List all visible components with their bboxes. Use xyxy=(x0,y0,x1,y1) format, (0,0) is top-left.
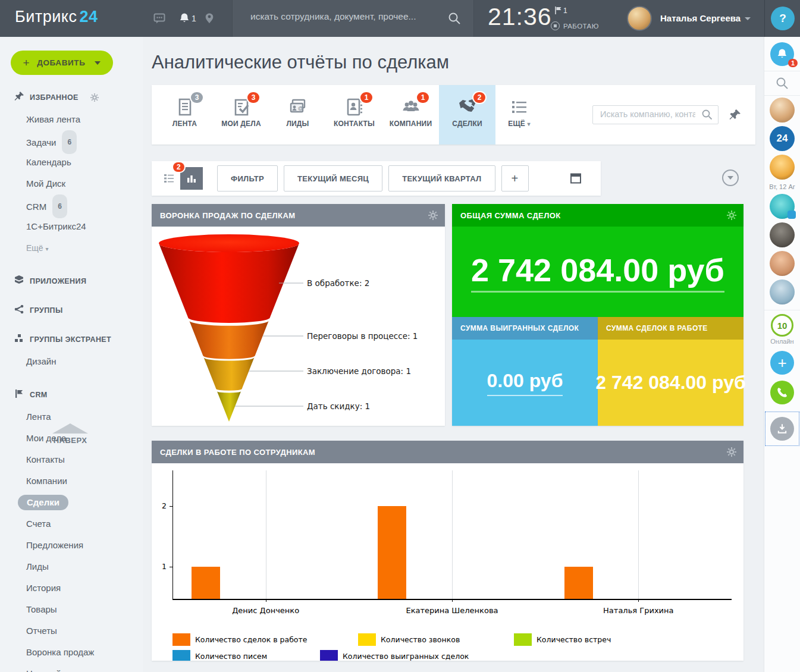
sidebar-item[interactable]: Задачи6 xyxy=(0,130,143,152)
chat-icon[interactable] xyxy=(153,12,165,24)
sidebar-item[interactable]: Воронка продаж xyxy=(0,642,143,663)
won-sum-value[interactable]: 0.00 руб xyxy=(487,370,563,396)
download-button[interactable] xyxy=(770,417,794,441)
chevron-down-icon xyxy=(727,176,733,180)
crm-search-input[interactable] xyxy=(599,109,697,120)
gear-icon[interactable] xyxy=(727,211,736,220)
sidebar-section-head-3[interactable]: ГРУППЫ ЭКСТРАНЕТ xyxy=(0,333,143,346)
user-name[interactable]: Наталья Сергеева xyxy=(660,13,741,23)
bitrix-logo[interactable]: Битрикс24 xyxy=(15,8,98,26)
bar-0[interactable] xyxy=(192,567,220,599)
in-progress-sum-header: СУММА СДЕЛОК В РАБОТЕ xyxy=(598,317,743,340)
legend-label: Количество сделок в работе xyxy=(195,635,307,644)
total-sum-header: ОБЩАЯ СУММА СДЕЛОК xyxy=(452,204,743,227)
search-icon[interactable] xyxy=(701,109,713,121)
help-button[interactable]: ? xyxy=(771,7,795,30)
gear-icon[interactable] xyxy=(727,447,736,457)
chat-24-badge[interactable]: 24 xyxy=(770,126,795,151)
sidebar-item[interactable]: CRM6 xyxy=(0,194,143,216)
pin-icon[interactable] xyxy=(729,109,741,121)
pin-icon xyxy=(14,92,24,103)
sidebar-item[interactable]: Счета xyxy=(0,513,143,535)
sidebar-item[interactable]: Товары xyxy=(0,599,143,620)
sidebar-item[interactable]: 1С+Битрикс24 xyxy=(0,216,143,237)
current-month-button[interactable]: ТЕКУЩИЙ МЕСЯЦ xyxy=(284,165,382,191)
avatar[interactable] xyxy=(770,222,795,247)
bar-category-label: Наталья Грихина xyxy=(573,606,704,615)
tab-contacts[interactable]: 1КОНТАКТЫ xyxy=(326,85,382,145)
funnel-stage-label: Заключение договора: 1 xyxy=(307,366,411,376)
add-button-label: ДОБАВИТЬ xyxy=(37,58,85,67)
gear-icon[interactable] xyxy=(428,211,438,220)
clock-widget[interactable]: 21:36 1 РАБОТАЮ xyxy=(473,0,616,37)
flag-counter[interactable]: 1 xyxy=(555,7,567,15)
sidebar-item[interactable]: Настройки xyxy=(0,663,143,672)
search-icon[interactable] xyxy=(775,76,789,90)
user-menu-caret-icon[interactable] xyxy=(745,17,751,20)
sidebar-item[interactable]: Предложения xyxy=(0,535,143,556)
current-quarter-button[interactable]: ТЕКУЩИЙ КВАРТАЛ xyxy=(388,165,495,191)
left-sidebar: + ДОБАВИТЬ ИЗБРАННОЕЖивая лентаЗадачи6Ка… xyxy=(0,37,143,672)
sidebar-item[interactable]: История xyxy=(0,577,143,599)
filter-button[interactable]: ФИЛЬТР xyxy=(217,165,278,191)
sidebar-item[interactable]: Ещё ▾ xyxy=(0,237,143,259)
notification-bell-icon[interactable] xyxy=(178,12,190,24)
sidebar-section-head-4[interactable]: CRM xyxy=(0,388,143,401)
won-sum-header: СУММА ВЫИГРАННЫХ СДЕЛОК xyxy=(452,317,598,340)
add-button[interactable]: + ДОБАВИТЬ xyxy=(11,51,113,75)
tab-more[interactable]: ЕЩЁ ▾ xyxy=(495,85,543,145)
work-status[interactable]: РАБОТАЮ xyxy=(551,21,599,30)
sidebar-section-head-0[interactable]: ИЗБРАННОЕ xyxy=(0,91,143,104)
gear-icon[interactable] xyxy=(90,93,99,102)
sidebar-section-head-1[interactable]: ПРИЛОЖЕНИЯ xyxy=(0,275,143,288)
notifications-button[interactable]: 1 xyxy=(770,42,794,66)
share-icon xyxy=(14,304,24,316)
sidebar-item[interactable]: Сделки xyxy=(0,492,143,513)
tab-todo[interactable]: 3МОИ ДЕЛА xyxy=(213,85,269,145)
cloud-drive-icon[interactable] xyxy=(203,12,215,24)
sidebar-section-head-2[interactable]: ГРУППЫ xyxy=(0,304,143,317)
legend-item: Количество звонков xyxy=(358,633,460,646)
bar-chart-panel: СДЕЛКИ В РАБОТЕ ПО СОТРУДНИКАМ Денис Дон… xyxy=(152,441,743,661)
notification-count[interactable]: 1 xyxy=(192,14,196,23)
total-sum-value[interactable]: 2 742 084.00 руб xyxy=(471,252,724,293)
sidebar-item[interactable]: Компании xyxy=(0,470,143,492)
sidebar-item[interactable]: Дизайн xyxy=(0,351,143,372)
leads-icon: @ xyxy=(288,97,308,117)
layout-icon[interactable] xyxy=(570,172,582,184)
bar-2[interactable] xyxy=(564,567,593,599)
phone-button[interactable] xyxy=(770,381,794,404)
phone-icon xyxy=(776,387,788,398)
legend-item: Количество выигранных сделок xyxy=(320,650,469,661)
add-filter-button[interactable]: + xyxy=(501,165,529,191)
collapse-button[interactable] xyxy=(722,169,739,186)
avatar[interactable] xyxy=(770,251,795,276)
extranet-icon xyxy=(14,334,24,346)
invite-button[interactable]: + xyxy=(770,351,794,375)
tab-deals[interactable]: 2СДЕЛКИ xyxy=(439,85,495,145)
legend-label: Количество выигранных сделок xyxy=(343,652,469,661)
sidebar-item[interactable]: Лиды xyxy=(0,556,143,577)
avatar[interactable] xyxy=(770,98,795,123)
back-to-top-button[interactable]: НАВЕРХ xyxy=(52,423,88,445)
user-avatar[interactable] xyxy=(627,6,652,31)
tab-feed[interactable]: 3ЛЕНТА xyxy=(156,85,213,145)
sidebar-item[interactable]: Контакты xyxy=(0,449,143,470)
search-icon[interactable] xyxy=(447,11,462,26)
logo-accent: 24 xyxy=(79,8,98,26)
online-counter[interactable]: 10 xyxy=(771,314,793,337)
global-search-input[interactable] xyxy=(249,11,436,23)
tab-leads[interactable]: @ЛИДЫ xyxy=(269,85,326,145)
sidebar-item[interactable]: Календарь xyxy=(0,152,143,173)
legend-item: Количество встреч xyxy=(514,633,611,646)
sidebar-item[interactable]: Живая лента xyxy=(0,109,143,130)
svg-text:@: @ xyxy=(298,105,303,111)
sidebar-item[interactable]: Отчеты xyxy=(0,620,143,642)
bar-1[interactable] xyxy=(378,506,406,599)
sidebar-item[interactable]: Мой Диск xyxy=(0,173,143,194)
chart-view-button[interactable] xyxy=(180,167,203,190)
avatar[interactable] xyxy=(770,280,795,304)
avatar[interactable] xyxy=(770,155,795,180)
tab-companies[interactable]: 1КОМПАНИИ xyxy=(382,85,439,145)
avatar[interactable] xyxy=(770,194,795,219)
